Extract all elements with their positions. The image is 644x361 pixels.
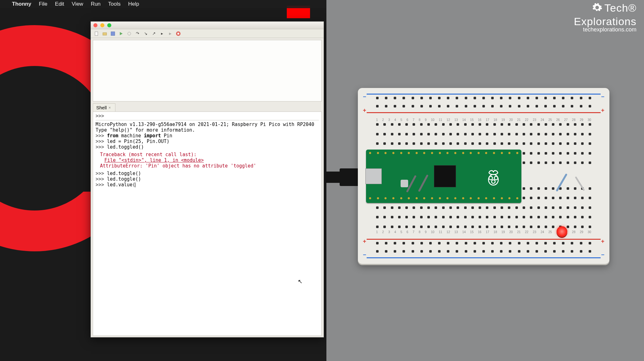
step-out-icon[interactable]: ↗: [151, 31, 156, 36]
camera-view: Tech® Explorations techexplorations.com …: [326, 0, 644, 361]
svg-point-9: [494, 176, 498, 180]
bottom-tabstrip: Shell ×: [93, 103, 324, 112]
rp2040-chip: [434, 165, 456, 187]
menubar-app-name[interactable]: Thonny: [12, 1, 31, 7]
step-into-icon[interactable]: ↘: [143, 31, 148, 36]
svg-rect-2: [111, 32, 115, 36]
thonny-toolbar: ↷ ↘ ↗ ▸ ▹: [91, 29, 324, 38]
step-over-icon[interactable]: ↷: [135, 31, 140, 36]
menu-edit[interactable]: Edit: [55, 1, 64, 7]
window-minimize-icon[interactable]: [100, 23, 104, 27]
mouse-cursor-icon: ↖: [298, 278, 303, 285]
breadboard-top-rail: −+ −+: [364, 92, 604, 114]
svg-rect-0: [95, 32, 98, 36]
shell-prompt: >>>: [96, 113, 104, 119]
svg-point-10: [491, 180, 495, 183]
pico-bootsel-button: [401, 180, 408, 187]
traceback-error: AttributeError: 'Pin' object has no attr…: [96, 163, 319, 169]
resume-icon[interactable]: ▸: [159, 31, 164, 36]
shell-panel[interactable]: >>> MicroPython v1.13-290-g556ae7914 on …: [93, 112, 322, 336]
window-close-icon[interactable]: [93, 23, 97, 27]
shell-tab-label: Shell: [96, 105, 107, 110]
menu-file[interactable]: File: [39, 1, 47, 7]
run-to-cursor-icon[interactable]: ▹: [168, 31, 173, 36]
thonny-window: ↷ ↘ ↗ ▸ ▹ Shell × >>> MicroPython v1.13-…: [91, 21, 324, 337]
raspberry-pi-logo-icon: [484, 167, 502, 187]
mac-menubar: Thonny File Edit View Run Tools Help: [0, 0, 326, 8]
shell-banner-1: MicroPython v1.13-290-g556ae7914 on 2021…: [96, 122, 319, 127]
debug-icon[interactable]: [127, 31, 132, 36]
svg-point-8: [489, 176, 492, 180]
code-editor[interactable]: [93, 40, 322, 101]
svg-rect-6: [177, 33, 179, 35]
open-file-icon[interactable]: [102, 31, 107, 36]
pico-usb-port: [365, 168, 382, 184]
svg-rect-1: [103, 33, 107, 35]
shell-tab[interactable]: Shell ×: [93, 103, 115, 112]
menu-run[interactable]: Run: [91, 1, 101, 7]
stop-icon[interactable]: [176, 31, 181, 36]
breadboard-bottom-rail: +− +−: [364, 238, 604, 260]
menu-help[interactable]: Help: [128, 1, 139, 7]
run-icon[interactable]: [119, 31, 124, 36]
traceback-file[interactable]: File "<stdin>", line 1, in <module>: [96, 157, 319, 163]
close-tab-icon[interactable]: ×: [108, 106, 111, 110]
traceback-head: Traceback (most recent call last):: [96, 152, 319, 157]
led-component: [557, 226, 567, 237]
window-maximize-icon[interactable]: [107, 23, 111, 27]
gear-icon: [592, 2, 602, 15]
shell-banner-2: Type "help()" for more information.: [96, 127, 319, 133]
window-titlebar[interactable]: [91, 22, 324, 29]
svg-point-4: [128, 32, 131, 35]
save-icon[interactable]: [110, 31, 115, 36]
menu-tools[interactable]: Tools: [108, 1, 121, 7]
new-file-icon[interactable]: [94, 31, 99, 36]
svg-marker-3: [120, 32, 123, 35]
menu-view[interactable]: View: [72, 1, 83, 7]
brand-watermark: Tech® Explorations techexplorations.com: [574, 2, 636, 33]
shell-cursor: [135, 183, 136, 187]
raspberry-pi-pico: [366, 150, 521, 203]
